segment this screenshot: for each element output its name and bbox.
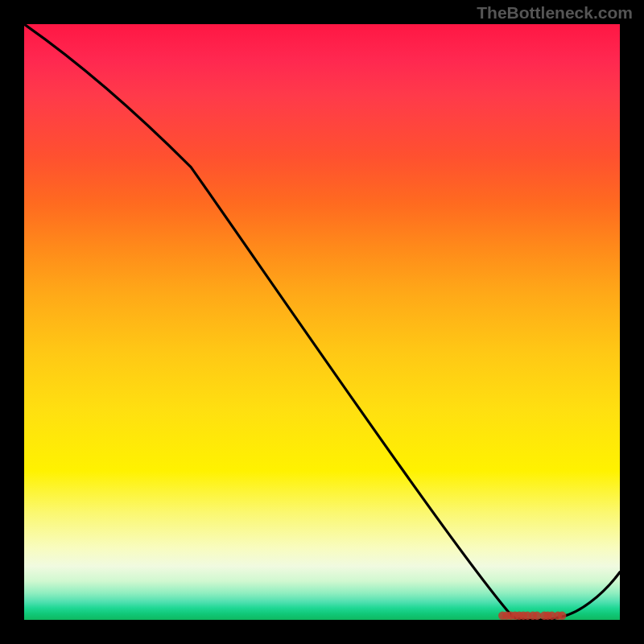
data-curve: [24, 24, 620, 620]
watermark-text: TheBottleneck.com: [477, 3, 633, 23]
marker-dot: [533, 612, 541, 620]
chart-svg: [24, 24, 620, 620]
marker-cluster: [498, 612, 566, 620]
marker-dot: [558, 612, 566, 620]
chart-plot-area: [24, 24, 620, 620]
